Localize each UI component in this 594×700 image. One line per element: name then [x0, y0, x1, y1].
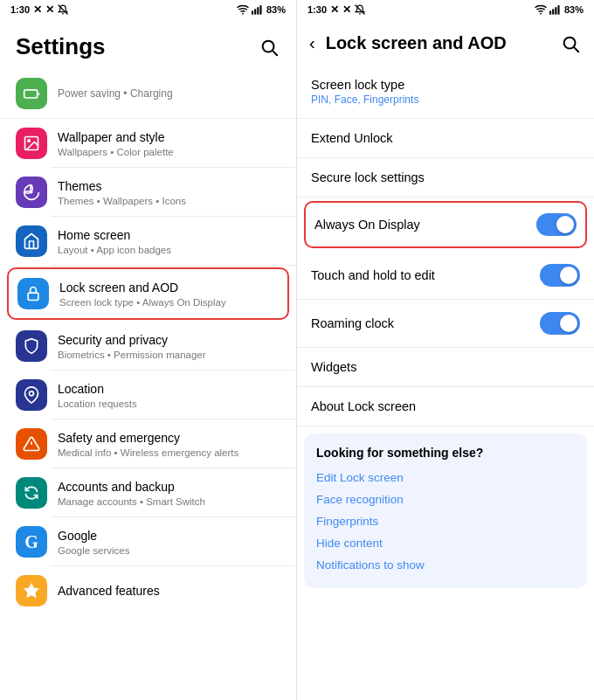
- themes-text: Themes Themes • Wallpapers • Icons: [58, 178, 186, 205]
- svg-rect-2: [252, 10, 253, 14]
- settings-item-advanced[interactable]: Advanced features: [0, 566, 296, 615]
- home-icon-bg: [16, 225, 47, 257]
- right-settings-list: Screen lock type PIN, Face, Fingerprints…: [297, 66, 594, 700]
- home-screen-title: Home screen: [58, 227, 171, 243]
- screen-lock-text: Screen lock type PIN, Face, Fingerprints: [311, 78, 580, 106]
- accounts-icon-bg: [16, 477, 47, 509]
- advanced-text: Advanced features: [58, 583, 160, 599]
- location-text: Location Location requests: [58, 381, 137, 408]
- link-hide-content[interactable]: Hide content: [316, 532, 575, 554]
- themes-subtitle: Themes • Wallpapers • Icons: [58, 196, 186, 206]
- left-header: Settings: [0, 19, 296, 71]
- svg-point-1: [242, 13, 244, 15]
- svg-point-12: [30, 392, 34, 396]
- aod-toggle[interactable]: [536, 213, 577, 236]
- link-notifications-to-show[interactable]: Notifications to show: [316, 554, 575, 576]
- widgets-title: Widgets: [311, 360, 580, 374]
- home-screen-subtitle: Layout • App icon badges: [58, 245, 171, 255]
- svg-rect-4: [257, 7, 259, 14]
- right-panel-title: Lock screen and AOD: [326, 33, 554, 53]
- svg-rect-8: [24, 90, 38, 98]
- settings-title: Settings: [16, 33, 106, 60]
- svg-rect-3: [254, 9, 256, 14]
- time-right: 1:30: [307, 4, 327, 15]
- about-lock-text: About Lock screen: [311, 399, 580, 413]
- right-item-screen-lock-type[interactable]: Screen lock type PIN, Face, Fingerprints: [297, 66, 594, 119]
- roaming-clock-title: Roaming clock: [311, 316, 540, 330]
- touch-hold-toggle[interactable]: [540, 264, 580, 287]
- app-icon-x2: ✕: [45, 3, 54, 16]
- settings-item-wallpaper[interactable]: Wallpaper and style Wallpapers • Color p…: [0, 119, 296, 168]
- svg-rect-21: [557, 5, 559, 15]
- svg-rect-5: [259, 5, 261, 15]
- wallpaper-icon-bg: [16, 128, 47, 159]
- touch-hold-title: Touch and hold to edit: [311, 268, 540, 282]
- wallpaper-title: Wallpaper and style: [58, 129, 174, 145]
- svg-rect-11: [28, 293, 38, 300]
- lock-screen-title: Lock screen and AOD: [59, 280, 226, 295]
- roaming-clock-toggle[interactable]: [540, 312, 580, 335]
- widgets-text: Widgets: [311, 360, 580, 374]
- right-item-widgets[interactable]: Widgets: [297, 348, 594, 387]
- signal-icon: [252, 4, 264, 15]
- back-button[interactable]: ‹: [309, 31, 321, 55]
- link-edit-lock-screen[interactable]: Edit Lock screen: [316, 467, 575, 489]
- accounts-subtitle: Manage accounts • Smart Switch: [58, 496, 205, 507]
- google-text: Google Google services: [58, 528, 129, 555]
- search-button[interactable]: [258, 36, 280, 59]
- settings-list: Power saving • Charging Wallpaper and st…: [0, 71, 296, 700]
- location-subtitle: Location requests: [58, 399, 137, 409]
- security-subtitle: Biometrics • Permission manager: [58, 350, 206, 360]
- search-button-right[interactable]: [559, 32, 582, 55]
- secure-lock-text: Secure lock settings: [311, 170, 580, 184]
- link-face-recognition[interactable]: Face recognition: [316, 489, 575, 510]
- safety-subtitle: Medical info • Wireless emergency alerts: [58, 447, 238, 458]
- safety-text: Safety and emergency Medical info • Wire…: [58, 430, 238, 457]
- status-time-right: 1:30 ✕ ✕: [307, 3, 365, 16]
- link-fingerprints[interactable]: Fingerprints: [316, 510, 575, 532]
- google-icon-bg: G: [16, 526, 47, 558]
- right-item-roaming-clock[interactable]: Roaming clock: [297, 300, 594, 348]
- svg-rect-18: [549, 10, 551, 14]
- search-icon-right: [561, 34, 580, 53]
- safety-icon-bg: [16, 428, 47, 460]
- battery-left: 83%: [266, 4, 286, 15]
- about-lock-title: About Lock screen: [311, 399, 580, 413]
- app-icon-x4: ✕: [342, 3, 351, 16]
- battery-icon-bg: [16, 78, 47, 109]
- location-icon-bg: [16, 379, 47, 411]
- home-icon: [23, 232, 40, 250]
- security-icon-bg: [16, 330, 47, 362]
- settings-item-lock-screen[interactable]: Lock screen and AOD Screen lock type • A…: [7, 267, 289, 320]
- status-icons-left: 83%: [237, 4, 286, 15]
- notification-icon-right: [355, 4, 365, 15]
- roaming-clock-text: Roaming clock: [311, 316, 540, 330]
- settings-item-home-screen[interactable]: Home screen Layout • App icon badges: [0, 217, 296, 266]
- settings-item-google[interactable]: G Google Google services: [0, 517, 296, 566]
- svg-line-23: [574, 47, 578, 52]
- right-item-extend-unlock[interactable]: Extend Unlock: [297, 119, 594, 158]
- settings-item-accounts[interactable]: Accounts and backup Manage accounts • Sm…: [0, 468, 296, 517]
- google-title: Google: [58, 528, 129, 544]
- themes-icon-bg: [16, 177, 47, 208]
- accounts-text: Accounts and backup Manage accounts • Sm…: [58, 479, 205, 506]
- search-icon: [259, 38, 279, 57]
- settings-item-location[interactable]: Location Location requests: [0, 371, 296, 419]
- google-subtitle: Google services: [58, 545, 129, 556]
- right-item-touch-hold[interactable]: Touch and hold to edit: [297, 252, 594, 300]
- right-item-secure-lock[interactable]: Secure lock settings: [297, 158, 594, 198]
- svg-rect-20: [555, 7, 556, 14]
- secure-lock-title: Secure lock settings: [311, 170, 580, 184]
- aod-text: Always On Display: [314, 218, 536, 232]
- security-title: Security and privacy: [58, 332, 206, 348]
- settings-item-safety[interactable]: Safety and emergency Medical info • Wire…: [0, 419, 296, 468]
- settings-item-security[interactable]: Security and privacy Biometrics • Permis…: [0, 322, 296, 371]
- safety-title: Safety and emergency: [58, 430, 238, 446]
- right-item-about-lock[interactable]: About Lock screen: [297, 387, 594, 426]
- screen-lock-subtitle: PIN, Face, Fingerprints: [311, 94, 580, 106]
- settings-item-themes[interactable]: Themes Themes • Wallpapers • Icons: [0, 168, 296, 217]
- battery-item[interactable]: Power saving • Charging: [0, 71, 296, 119]
- right-item-always-on-display[interactable]: Always On Display: [304, 201, 587, 248]
- aod-title: Always On Display: [314, 218, 536, 232]
- lock-screen-text: Lock screen and AOD Screen lock type • A…: [59, 280, 226, 307]
